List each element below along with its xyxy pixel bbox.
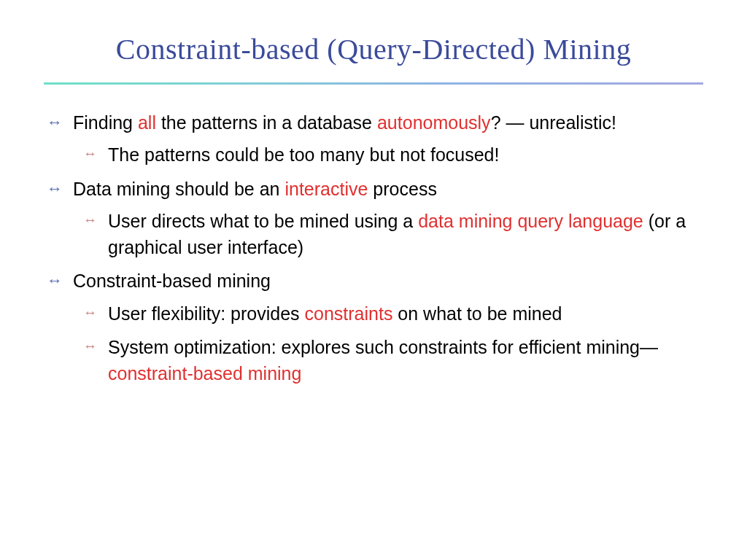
highlight-text: data mining query language xyxy=(418,211,643,231)
text: Data mining should be an xyxy=(73,179,285,199)
text: on what to be mined xyxy=(392,303,562,324)
bullet-list-level1: Finding all the patterns in a database a… xyxy=(44,109,703,386)
bullet-list-level2: User directs what to be mined using a da… xyxy=(73,208,703,261)
text: Constraint-based mining xyxy=(73,271,271,291)
list-item: The patterns could be too many but not f… xyxy=(73,141,703,168)
list-item: User directs what to be mined using a da… xyxy=(73,208,703,261)
slide-content: Finding all the patterns in a database a… xyxy=(44,109,703,386)
highlight-text: interactive xyxy=(285,179,368,199)
bullet-list-level2: The patterns could be too many but not f… xyxy=(73,141,703,168)
slide: Constraint-based (Query-Directed) Mining… xyxy=(0,0,747,560)
text: User flexibility: provides xyxy=(108,303,305,324)
list-item: Constraint-based mining User flexibility… xyxy=(44,268,703,386)
text: process xyxy=(368,179,436,199)
text: ? — unrealistic! xyxy=(491,112,616,133)
bullet-list-level2: User flexibility: provides constraints o… xyxy=(73,300,703,387)
title-divider xyxy=(44,82,703,85)
slide-title: Constraint-based (Query-Directed) Mining xyxy=(44,32,703,66)
highlight-text: constraint-based mining xyxy=(108,363,301,384)
highlight-text: constraints xyxy=(305,303,393,324)
highlight-text: all xyxy=(138,112,156,133)
text: User directs what to be mined using a xyxy=(108,211,418,231)
text: Finding xyxy=(73,112,138,133)
list-item: User flexibility: provides constraints o… xyxy=(73,300,703,327)
list-item: Data mining should be an interactive pro… xyxy=(44,176,703,261)
highlight-text: autonomously xyxy=(377,112,491,133)
list-item: System optimization: explores such const… xyxy=(73,334,703,387)
text: System optimization: explores such const… xyxy=(108,337,658,357)
list-item: Finding all the patterns in a database a… xyxy=(44,109,703,168)
text: The patterns could be too many but not f… xyxy=(108,144,499,165)
text: the patterns in a database xyxy=(156,112,377,133)
